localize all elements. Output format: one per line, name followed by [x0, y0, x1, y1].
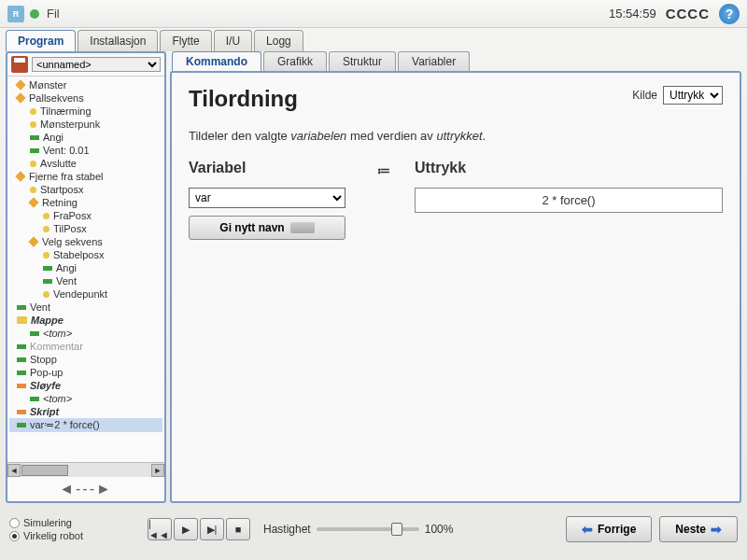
prev-button[interactable]: ⬅Forrige [566, 516, 652, 542]
barg-icon [43, 266, 52, 271]
tree-item-label: Vendepunkt [53, 288, 107, 300]
tree-item[interactable]: Mappe [9, 314, 162, 327]
tree-item[interactable]: TilPosx [9, 222, 162, 235]
tree-item[interactable]: Avslutte [9, 157, 162, 170]
variable-select[interactable]: var [189, 188, 345, 208]
status-text: CCCC [666, 6, 710, 21]
tab-installasjon[interactable]: Installasjon [78, 30, 158, 51]
tab-variabler[interactable]: Variabler [398, 51, 470, 71]
tree-item[interactable]: Pop-up [9, 366, 162, 379]
arrow-left-icon: ⬅ [582, 522, 593, 537]
connection-status-icon [30, 9, 39, 19]
tree-item-label: Vent [30, 301, 50, 313]
tree-item-label: Angi [43, 132, 63, 143]
tree-item[interactable]: Skript [9, 405, 162, 418]
tree-item[interactable]: Retning [9, 196, 162, 209]
dot-icon [30, 161, 36, 167]
tree-item[interactable]: Vent [9, 274, 162, 287]
diamond-icon [28, 197, 38, 207]
play-button[interactable]: ▶ [174, 518, 198, 540]
expression-heading: Uttrykk [415, 160, 723, 176]
tree-item[interactable]: Kommentar [9, 340, 162, 353]
baro-icon [17, 384, 26, 388]
barg-icon [17, 344, 26, 349]
tree-item-label: Kommentar [30, 341, 83, 352]
tree-item[interactable]: Angi [9, 131, 162, 144]
variable-heading: Variabel [189, 160, 357, 176]
speed-label: Hastighet [263, 523, 311, 536]
tree-hscrollbar[interactable]: ◄► [7, 462, 164, 477]
program-name-select[interactable]: <unnamed> [32, 57, 161, 72]
dot-icon [30, 121, 36, 128]
dot-icon [43, 252, 49, 259]
program-tree[interactable]: MønsterPallsekvensTilnærmingMønsterpunkA… [7, 77, 164, 462]
tree-item-label: var≔2 * force() [30, 419, 100, 431]
barg-icon [30, 148, 39, 153]
kilde-select[interactable]: Uttrykk [663, 86, 723, 105]
diamond-icon [28, 236, 38, 246]
tree-item[interactable]: Vent: 0.01 [9, 144, 162, 157]
tree-nav-arrows[interactable]: ◄---► [7, 477, 164, 501]
help-icon[interactable]: ? [719, 4, 740, 24]
real-label: Virkelig robot [23, 530, 83, 541]
barg-icon [30, 397, 39, 401]
tree-item-label: Startposx [40, 184, 83, 195]
tree-item-label: Skript [30, 406, 59, 417]
tree-item-label: Tilnærming [40, 105, 92, 117]
tree-item[interactable]: Vent [9, 301, 162, 314]
tree-item-label: TilPosx [53, 223, 87, 234]
step-button[interactable]: ▶| [200, 518, 224, 540]
rewind-button[interactable]: |◄◄ [148, 518, 172, 540]
tree-item[interactable]: Velg sekvens [9, 235, 162, 248]
dot-icon [30, 108, 36, 115]
tree-item[interactable]: Angi [9, 261, 162, 274]
tab-kommando[interactable]: Kommando [172, 51, 261, 71]
tree-item-label: Mønster [29, 79, 66, 91]
tree-item-label: Pop-up [30, 367, 63, 378]
tab-struktur[interactable]: Struktur [329, 51, 396, 71]
dot-icon [30, 187, 36, 193]
arrow-right-icon: ➡ [711, 522, 722, 537]
tree-item[interactable]: Vendepunkt [9, 287, 162, 301]
tree-item[interactable]: Fjerne fra stabel [9, 170, 162, 183]
tree-item[interactable]: Stopp [9, 353, 162, 366]
tree-item-label: <tom> [43, 328, 72, 339]
save-icon[interactable] [11, 56, 28, 73]
tree-item[interactable]: Stabelposx [9, 248, 162, 261]
tree-item-label: Velg sekvens [42, 236, 103, 247]
ur-logo: R [7, 6, 24, 22]
next-button[interactable]: Neste➡ [659, 516, 738, 542]
tree-item[interactable]: Sløyfe [9, 379, 162, 392]
tree-item-label: Retning [42, 197, 78, 208]
tab-logg[interactable]: Logg [254, 30, 303, 51]
tab-grafikk[interactable]: Grafikk [263, 51, 327, 71]
barg-icon [17, 305, 26, 310]
file-menu[interactable]: Fil [47, 7, 60, 21]
program-tree-panel: <unnamed> MønsterPallsekvensTilnærmingMø… [6, 51, 166, 503]
dot-icon [43, 213, 49, 219]
rename-button[interactable]: Gi nytt navn [189, 216, 345, 240]
radio-real-robot[interactable] [9, 531, 20, 541]
expression-field[interactable]: 2 * force() [415, 188, 723, 213]
tree-item[interactable]: <tom> [9, 392, 162, 405]
tree-item[interactable]: Startposx [9, 183, 162, 196]
tree-item-label: Sløyfe [30, 380, 61, 391]
tree-item[interactable]: Mønster [9, 78, 162, 91]
tree-item[interactable]: Tilnærming [9, 105, 162, 118]
tree-item[interactable]: <tom> [9, 327, 162, 340]
radio-simulation[interactable] [9, 518, 20, 528]
tree-item[interactable]: Mønsterpunk [9, 118, 162, 131]
command-content: Kilde Uttrykk Tilordning Tildeler den va… [170, 71, 741, 503]
tree-item-label: Mønsterpunk [40, 119, 100, 130]
tree-item[interactable]: FraPosx [9, 209, 162, 222]
tree-item[interactable]: var≔2 * force() [9, 418, 162, 432]
tab-iu[interactable]: I/U [214, 30, 252, 51]
barg-icon [17, 423, 26, 427]
dot-icon [43, 226, 49, 232]
diamond-icon [15, 79, 25, 90]
stop-button[interactable]: ■ [226, 518, 250, 540]
tree-item[interactable]: Pallsekvens [9, 91, 162, 105]
speed-slider[interactable] [317, 527, 419, 531]
tab-flytte[interactable]: Flytte [160, 30, 211, 51]
tab-program[interactable]: Program [6, 30, 76, 51]
